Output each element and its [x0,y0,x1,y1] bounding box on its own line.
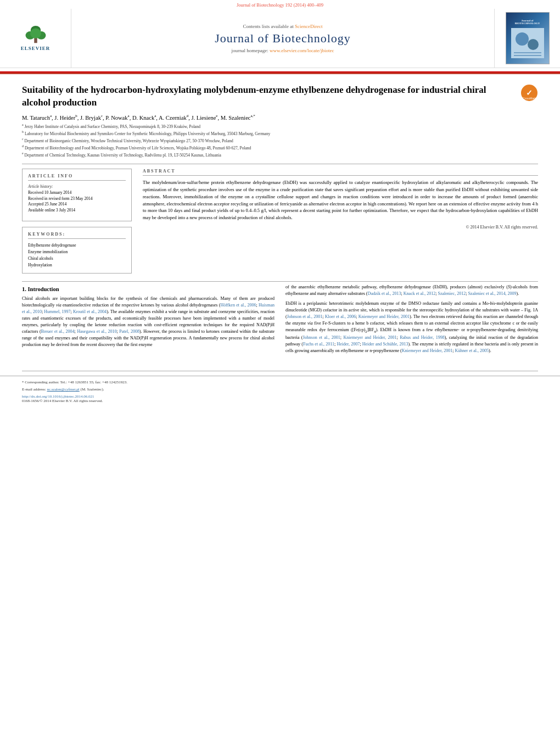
journal-homepage-line: journal homepage: www.elsevier.com/locat… [232,48,334,53]
elsevier-logo-box: ELSEVIER [0,9,71,68]
paper-title: Suitability of the hydrocarbon-hydroxyla… [22,84,515,109]
history-group: Article history: Received 10 January 201… [28,184,126,213]
body-two-cols: 1. Introduction Chiral alcohols are impo… [22,284,538,358]
cover-image-area [511,28,544,58]
journal-title: Journal of Biotechnology [215,31,351,46]
email-line: E-mail address: nc.szalen@cyfrnet.pl (M.… [22,387,538,393]
ref-kuhner[interactable]: Kühner et al., 2005 [455,348,489,353]
authors-line: M. Tatarucha, J. Heiderb, J. Bryjakc, P.… [22,114,538,121]
ref-heider2013[interactable]: Heider and Schühle, 2013 [362,342,408,347]
history-label: Article history: [28,184,126,189]
ref-kloer[interactable]: Kloer et al., 2006 [325,314,356,319]
body-left-col: 1. Introduction Chiral alcohols are impo… [22,284,275,358]
crossmark-icon[interactable]: ✓ CrossMark [520,84,538,103]
received1: Received 10 January 2014 [28,190,126,196]
available-online: Available online 3 July 2014 [28,208,126,214]
ref-kniemeyer2001[interactable]: Kniemeyer and Heider, 2001 [359,314,410,319]
body-right-col: of the anaerobic ethylbenzene metabolic … [285,284,538,358]
ref-kniemeyer3[interactable]: Kniemeyer and Heider, 2001 [402,348,453,353]
ref-hasegawa[interactable]: Hasegawa et al., 2010 [77,329,116,334]
keywords-section-label: Keywords: [28,232,126,239]
article-info-col: ARTICLE INFO Article history: Received 1… [22,169,132,274]
received2: Received in revised form 23 May 2014 [28,196,126,202]
abstract-section-label: ABSTRACT [143,169,538,176]
sciencedirect-link[interactable]: ScienceDirect [295,24,322,29]
svg-text:CrossMark: CrossMark [523,97,536,100]
doi-line[interactable]: http://dx.doi.org/10.1016/j.jbiotec.2014… [22,394,538,399]
ref-rabus[interactable]: Rabus and Heider, 1998 [400,335,444,340]
abstract-text: The molybdenum/iron-sulfur/heme protein … [143,179,538,221]
ref-johnson2[interactable]: Johnson et al., 2001 [303,335,340,340]
corresponding-note: * Corresponding author. Tel.: +48 126385… [22,380,538,386]
ref-dudzik[interactable]: Dudzik et al., 2013 [368,291,401,296]
footer-area: * Corresponding author. Tel.: +48 126385… [0,376,560,406]
affiliation-c: c Department of Bioinorganic Chemistry, … [22,137,538,144]
journal-header: Journal of Biotechnology 192 (2014) 400–… [0,0,560,72]
ref-knack[interactable]: Knack et al., 2012 [404,291,435,296]
paper-content-area: Suitability of the hydrocarbon-hydroxyla… [0,74,560,279]
ref-hoffken[interactable]: Höffken et al., 2006 [220,303,256,308]
affiliation-e: e Department of Chemical Technology, Kau… [22,151,538,158]
svg-point-4 [30,29,41,38]
article-info-label: ARTICLE INFO [28,174,126,181]
keywords-box: Keywords: Ethylbenzene dehydrogenase Enz… [22,227,132,274]
footer-divider [22,371,538,371]
affiliation-a: a Jerzy Haber Institute of Catalysis and… [22,122,538,130]
ref-szaleniec2012[interactable]: Szaleniec, 2012 [438,291,466,296]
ref-johnson[interactable]: Johnson et al., 2001 [287,314,323,319]
sciencedirect-line: Contents lists available at ScienceDirec… [243,24,323,29]
ref-heider2007[interactable]: Heider, 2007 [337,342,360,347]
intro-section-title: 1. Introduction [22,286,275,292]
ref-kroutil[interactable]: Kroutil et al., 2004 [73,309,107,314]
cover-title-text: Journal ofBIOTECHNOLOGY [514,18,541,26]
keyword-3: Chiral alcohols [28,255,126,262]
elsevier-wordmark: ELSEVIER [21,46,51,51]
journal-cover-image: Journal ofBIOTECHNOLOGY [506,12,550,64]
affiliation-d: d Department of Biotechnology and Food M… [22,144,538,151]
divider-1 [22,164,538,164]
article-info-box: ARTICLE INFO Article history: Received 1… [22,169,132,221]
accepted-date: Accepted 25 June 2014 [28,202,126,208]
intro-col2-para1: of the anaerobic ethylbenzene metabolic … [285,284,538,297]
journal-cover-box: Journal ofBIOTECHNOLOGY [494,9,560,68]
abstract-col: ABSTRACT The molybdenum/iron-sulfur/heme… [143,169,538,269]
footer-copyright: 0168-1656/© 2014 Elsevier B.V. All right… [22,399,538,403]
intro-para1: Chiral alcohols are important building b… [22,295,275,348]
ref-szaleniec2014[interactable]: Szaleniec et al., 2014, 2009 [468,291,516,296]
affiliation-b: b Laboratory for Microbial Biochemistry … [22,130,538,137]
issue-line: Journal of Biotechnology 192 (2014) 400–… [0,0,560,9]
ref-fuchs[interactable]: Fuchs et al., 2011 [303,342,334,347]
abstract-copyright: © 2014 Elsevier B.V. All rights reserved… [143,225,538,230]
journal-homepage-link[interactable]: www.elsevier.com/locate/jbiotec [270,48,334,53]
ref-patel[interactable]: Patel, 2008 [119,329,139,334]
main-body: 1. Introduction Chiral alcohols are impo… [0,284,560,369]
ref-kniemeyer2[interactable]: Kniemeyer and Heider, 2001 [343,335,396,340]
svg-rect-3 [34,38,37,43]
svg-rect-5 [511,28,544,58]
journal-header-center: Contents lists available at ScienceDirec… [71,9,494,68]
keyword-2: Enzyme immobilization [28,249,126,255]
keyword-1: Ethylbenzene dehydrogenase [28,242,126,249]
ref-breuer[interactable]: Breuer et al., 2004 [41,329,75,334]
svg-text:✓: ✓ [526,88,533,97]
divider-2 [22,281,538,282]
svg-point-7 [528,39,539,50]
author-email-link[interactable]: nc.szalen@cyfrnet.pl [47,387,80,392]
elsevier-tree-icon [22,25,49,44]
keyword-4: Hydroxylation [28,262,126,269]
intro-col2-para2: EbDH is a periplasmic heterotrimeric mol… [285,300,538,354]
ref-hummel[interactable]: Hummel, 1997 [44,309,70,314]
title-area: Suitability of the hydrocarbon-hydroxyla… [22,84,538,109]
affiliations-block: a Jerzy Haber Institute of Catalysis and… [22,122,538,158]
article-info-abstract-cols: ARTICLE INFO Article history: Received 1… [22,169,538,274]
svg-point-6 [516,32,529,46]
